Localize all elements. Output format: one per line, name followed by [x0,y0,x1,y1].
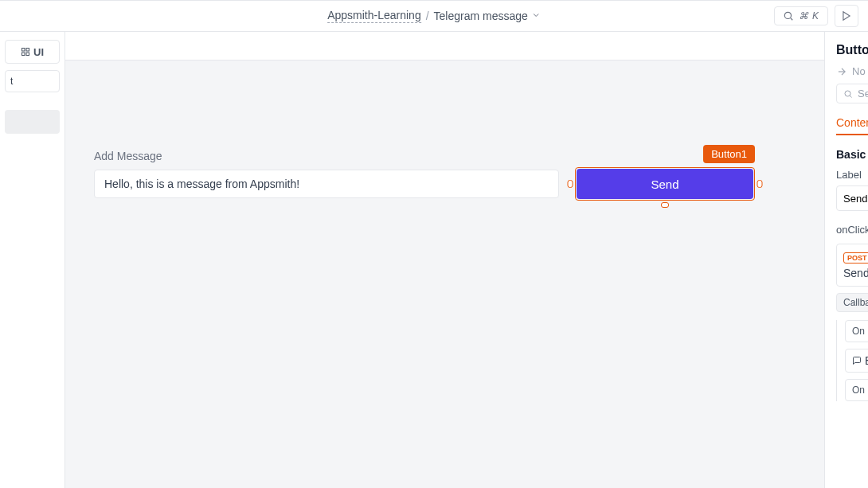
svg-point-0 [784,12,791,18]
property-nav[interactable]: No [836,65,868,77]
resize-handle-right[interactable] [757,180,763,188]
search-icon [843,89,853,99]
canvas[interactable]: Add Message Button1 Send [65,61,824,488]
breadcrumb-page[interactable]: Telegram message [434,10,541,22]
field-row: Button1 Send [94,169,810,199]
breadcrumb-separator: / [426,10,429,22]
canvas-tabs [65,32,824,61]
property-pane: Button1 No Se Content Basic Label onClic… [824,32,868,488]
svg-line-1 [790,18,792,21]
action-name: SendB [843,267,868,279]
svg-rect-3 [22,49,25,52]
search-icon [783,10,794,21]
svg-rect-5 [22,53,25,56]
global-search-button[interactable]: ⌘ K [774,6,828,25]
breadcrumb: Appsmith-Learning / Telegram message [327,9,541,23]
on-success-label: On [852,326,865,337]
widget-filter-input[interactable] [5,70,60,92]
svg-point-8 [845,91,850,96]
selected-widget[interactable]: Button1 Send [577,169,753,199]
callback-action-node[interactable]: Bot [845,349,868,373]
property-tabs: Content [836,116,868,135]
svg-marker-2 [843,12,850,21]
breadcrumb-page-label: Telegram message [434,10,528,22]
resize-handle-left[interactable] [568,180,573,188]
top-bar: Appsmith-Learning / Telegram message ⌘ K [0,0,868,32]
input-label: Add Message [94,150,810,162]
property-search-placeholder: Se [858,88,868,100]
canvas-wrap: Add Message Button1 Send [65,32,824,488]
canvas-inner: Add Message Button1 Send [80,73,810,199]
property-pane-title: Button1 [836,43,868,57]
topbar-right: ⌘ K [774,5,858,27]
tab-content[interactable]: Content [836,116,868,135]
section-basic: Basic [836,148,868,161]
svg-rect-4 [26,49,29,52]
chevron-down-icon [531,10,541,22]
breadcrumb-app[interactable]: Appsmith-Learning [327,9,421,23]
message-input[interactable] [94,170,559,198]
on-failure-label: On [852,385,865,396]
label-property-label: Label [836,169,868,181]
action-header: POST [843,251,868,264]
on-success-node[interactable]: On [845,320,868,342]
onclick-action-box[interactable]: POST SendB [836,244,868,287]
ui-tab-button[interactable]: UI [5,40,60,64]
onclick-label: onClick [836,224,868,236]
play-icon [841,10,852,21]
post-badge: POST [843,252,868,264]
message-icon [852,356,862,365]
svg-line-9 [850,96,851,97]
workspace: UI Add Message Button1 Send [0,32,868,488]
send-button[interactable]: Send [577,169,753,199]
widget-name-tag[interactable]: Button1 [703,145,755,163]
property-nav-label: No [852,65,866,77]
widget-list-item[interactable] [5,110,60,134]
callbacks-tab[interactable]: Callbac [836,293,868,312]
send-button-label: Send [651,178,678,191]
callback-action-label: Bot [865,354,868,367]
property-search[interactable]: Se [836,84,868,103]
label-property-input[interactable] [836,185,868,211]
arrow-right-icon [836,66,847,77]
on-failure-node[interactable]: On [845,379,868,401]
callback-tree: On Bot On [836,320,868,401]
ui-tab-label: UI [33,46,44,58]
grid-icon [21,47,30,57]
resize-handle-bottom[interactable] [661,202,669,208]
left-panel: UI [0,32,65,488]
search-shortcut: ⌘ K [799,10,819,21]
svg-rect-6 [26,53,29,56]
preview-button[interactable] [835,5,858,27]
